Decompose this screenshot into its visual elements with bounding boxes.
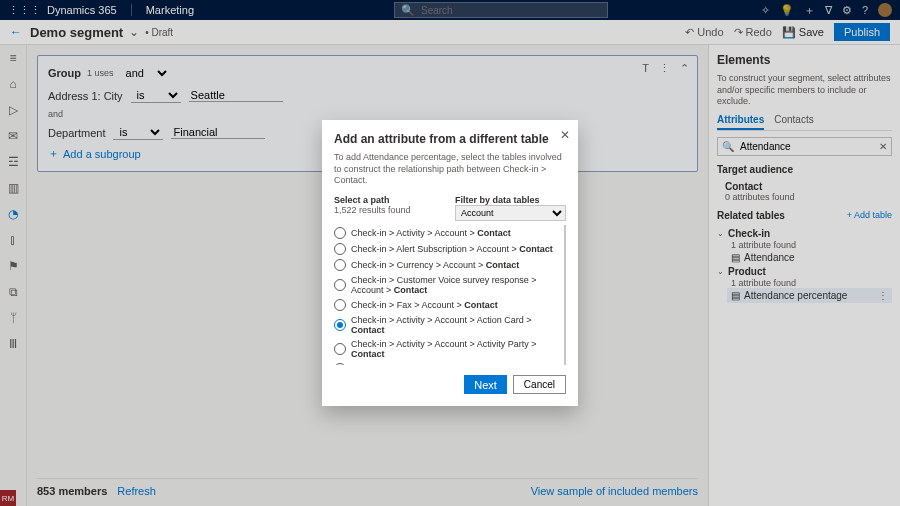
add-attribute-dialog: ✕ Add an attribute from a different tabl…: [322, 120, 578, 406]
results-count: 1,522 results found: [334, 205, 445, 215]
path-text: Check-in > Currency > Account > Contact: [351, 260, 519, 270]
path-list: Check-in > Activity > Account > ContactC…: [334, 225, 566, 365]
modal-overlay: ✕ Add an attribute from a different tabl…: [0, 0, 900, 506]
path-text: Check-in > Alert Subscription > Account …: [351, 244, 553, 254]
filter-select[interactable]: Account: [455, 205, 566, 221]
path-text: Check-in > Activity > Account > Case > C…: [351, 364, 542, 365]
select-path-label: Select a path: [334, 195, 445, 205]
path-option[interactable]: Check-in > Activity > Account > Action C…: [334, 313, 562, 337]
path-text: Check-in > Activity > Account > Action C…: [351, 315, 562, 335]
radio-icon[interactable]: [334, 227, 346, 239]
path-text: Check-in > Customer Voice survey respons…: [351, 275, 562, 295]
path-option[interactable]: Check-in > Currency > Account > Contact: [334, 257, 562, 273]
path-option[interactable]: Check-in > Activity > Account > Contact: [334, 225, 562, 241]
radio-icon[interactable]: [334, 259, 346, 271]
radio-icon[interactable]: [334, 343, 346, 355]
dialog-description: To add Attendance percentage, select the…: [334, 152, 566, 187]
path-option[interactable]: Check-in > Alert Subscription > Account …: [334, 241, 562, 257]
radio-icon[interactable]: [334, 299, 346, 311]
radio-icon[interactable]: [334, 363, 346, 365]
filter-label: Filter by data tables: [455, 195, 566, 205]
path-option[interactable]: Check-in > Customer Voice survey respons…: [334, 273, 562, 297]
radio-icon[interactable]: [334, 243, 346, 255]
next-button[interactable]: Next: [464, 375, 507, 394]
cancel-button[interactable]: Cancel: [513, 375, 566, 394]
path-text: Check-in > Activity > Account > Contact: [351, 228, 511, 238]
path-text: Check-in > Fax > Account > Contact: [351, 300, 498, 310]
path-option[interactable]: Check-in > Fax > Account > Contact: [334, 297, 562, 313]
path-option[interactable]: Check-in > Activity > Account > Case > C…: [334, 361, 562, 365]
path-option[interactable]: Check-in > Activity > Account > Activity…: [334, 337, 562, 361]
close-icon[interactable]: ✕: [560, 128, 570, 142]
radio-icon[interactable]: [334, 279, 346, 291]
dialog-title: Add an attribute from a different table: [334, 132, 566, 146]
path-text: Check-in > Activity > Account > Activity…: [351, 339, 562, 359]
radio-icon[interactable]: [334, 319, 346, 331]
